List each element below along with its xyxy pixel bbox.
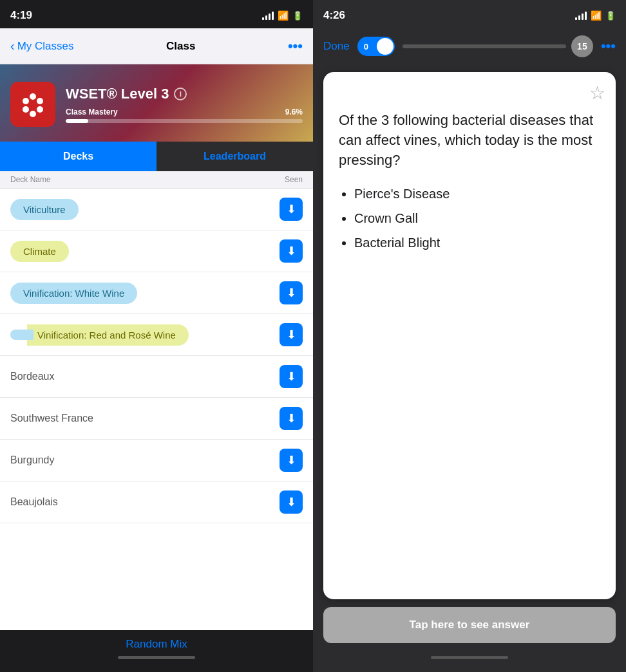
deck-name-header: Deck Name xyxy=(10,175,51,184)
svg-point-4 xyxy=(37,106,43,113)
right-status-bar: 4:26 📶 🔋 xyxy=(313,0,626,28)
signal-icon xyxy=(262,11,274,20)
download-btn-southwest-france[interactable]: ⬇ xyxy=(280,407,303,430)
flashcard: ☆ Of the 3 following bacterial diseases … xyxy=(323,72,616,599)
app-logo xyxy=(10,82,55,127)
right-panel: 4:26 📶 🔋 Done 0 15 ••• ☆ xyxy=(313,0,626,672)
wifi-icon: 📶 xyxy=(278,10,289,21)
answer-item-3: Bacterial Blight xyxy=(354,234,600,251)
download-btn-burgundy[interactable]: ⬇ xyxy=(280,449,303,472)
quiz-toggle[interactable]: 0 xyxy=(357,37,395,56)
left-time: 4:19 xyxy=(10,9,32,22)
svg-point-0 xyxy=(30,93,36,100)
back-label: My Classes xyxy=(17,40,74,53)
svg-point-3 xyxy=(23,106,29,113)
hero-title-row: WSET® Level 3 i xyxy=(66,86,303,102)
quiz-progress-track xyxy=(403,44,566,48)
deck-item-beaujolais[interactable]: Beaujolais ⬇ xyxy=(0,481,313,523)
download-btn-beaujolais[interactable]: ⬇ xyxy=(280,490,303,514)
card-area: ☆ Of the 3 following bacterial diseases … xyxy=(313,64,626,651)
toggle-count: 0 xyxy=(364,42,368,51)
mastery-label: Class Mastery xyxy=(66,107,118,117)
nav-title: Class xyxy=(74,40,288,53)
left-status-bar: 4:19 📶 🔋 xyxy=(0,0,313,28)
done-button[interactable]: Done xyxy=(323,40,350,53)
deck-item-viticulture[interactable]: Viticulture ⬇ xyxy=(0,189,313,230)
random-mix-button[interactable]: Random Mix xyxy=(126,638,187,651)
home-indicator xyxy=(118,656,195,659)
more-button[interactable]: ••• xyxy=(288,38,303,55)
deck-name-beaujolais: Beaujolais xyxy=(10,496,280,508)
card-question: Of the 3 following bacterial diseases th… xyxy=(339,111,600,170)
right-bottom-bar xyxy=(313,651,626,672)
back-button[interactable]: ‹ My Classes xyxy=(10,39,74,53)
table-header: Deck Name Seen xyxy=(0,171,313,189)
right-time: 4:26 xyxy=(323,9,345,22)
answer-item-1: Pierce's Disease xyxy=(354,185,600,202)
deck-list: Viticulture ⬇ Climate ⬇ Vinification: Wh… xyxy=(0,189,313,630)
mastery-row: Class Mastery 9.6% xyxy=(66,107,303,117)
info-icon[interactable]: i xyxy=(174,88,187,100)
left-bottom-bar: Random Mix xyxy=(0,630,313,672)
download-btn-white-wine[interactable]: ⬇ xyxy=(280,281,303,304)
svg-point-1 xyxy=(23,98,29,104)
download-btn-climate[interactable]: ⬇ xyxy=(280,239,303,263)
tab-decks[interactable]: Decks xyxy=(0,142,156,171)
deck-pill-white-wine: Vinification: White Wine xyxy=(10,283,137,304)
quiz-nav: Done 0 15 ••• xyxy=(313,28,626,64)
deck-pill-red-wine-yellow: Vinification: Red and Rosé Wine xyxy=(27,324,189,346)
card-answers: Pierce's Disease Crown Gall Bacterial Bl… xyxy=(339,185,600,259)
deck-item-bordeaux[interactable]: Bordeaux ⬇ xyxy=(0,356,313,398)
left-status-icons: 📶 🔋 xyxy=(262,10,303,21)
right-home-indicator xyxy=(431,656,508,659)
seen-header: Seen xyxy=(285,175,303,184)
tap-answer-button[interactable]: Tap here to see answer xyxy=(323,607,616,643)
hero-info: WSET® Level 3 i Class Mastery 9.6% xyxy=(66,86,303,123)
svg-point-5 xyxy=(30,111,36,117)
deck-item-red-wine[interactable]: Vinification: Red and Rosé Wine ⬇ xyxy=(0,314,313,356)
tab-bar: Decks Leaderboard xyxy=(0,142,313,171)
download-btn-red-wine[interactable]: ⬇ xyxy=(280,323,303,346)
toggle-thumb xyxy=(377,38,394,55)
hero-section: WSET® Level 3 i Class Mastery 9.6% xyxy=(0,64,313,142)
back-arrow-icon: ‹ xyxy=(10,39,15,53)
deck-name-southwest-france: Southwest France xyxy=(10,413,280,424)
right-signal-icon xyxy=(575,11,587,20)
deck-pill-viticulture: Viticulture xyxy=(10,199,79,220)
svg-point-2 xyxy=(37,98,43,104)
deck-name-bordeaux: Bordeaux xyxy=(10,371,280,382)
deck-pill-red-wine-blue xyxy=(10,330,33,340)
deck-item-climate[interactable]: Climate ⬇ xyxy=(0,230,313,272)
progress-fill xyxy=(66,119,88,123)
left-panel: 4:19 📶 🔋 ‹ My Classes Class ••• xyxy=(0,0,313,672)
battery-icon: 🔋 xyxy=(292,11,303,21)
tab-leaderboard[interactable]: Leaderboard xyxy=(156,142,313,171)
progress-bar xyxy=(66,119,303,123)
wset-logo-svg xyxy=(17,88,49,120)
right-status-icons: 📶 🔋 xyxy=(575,10,616,21)
left-nav-bar: ‹ My Classes Class ••• xyxy=(0,28,313,64)
download-btn-bordeaux[interactable]: ⬇ xyxy=(280,365,303,388)
quiz-count-badge: 15 xyxy=(571,35,593,57)
deck-item-southwest-france[interactable]: Southwest France ⬇ xyxy=(0,398,313,440)
hero-title-text: WSET® Level 3 xyxy=(66,86,169,102)
quiz-progress-area: 15 xyxy=(403,35,593,57)
right-battery-icon: 🔋 xyxy=(605,11,616,21)
quiz-more-button[interactable]: ••• xyxy=(601,38,616,55)
deck-item-burgundy[interactable]: Burgundy ⬇ xyxy=(0,440,313,481)
answer-item-2: Crown Gall xyxy=(354,210,600,227)
download-btn-viticulture[interactable]: ⬇ xyxy=(280,198,303,221)
deck-pill-climate: Climate xyxy=(10,241,69,262)
star-button[interactable]: ☆ xyxy=(589,82,605,104)
right-wifi-icon: 📶 xyxy=(591,10,602,21)
deck-item-white-wine[interactable]: Vinification: White Wine ⬇ xyxy=(0,272,313,314)
deck-name-burgundy: Burgundy xyxy=(10,454,280,466)
mastery-value: 9.6% xyxy=(285,107,303,117)
